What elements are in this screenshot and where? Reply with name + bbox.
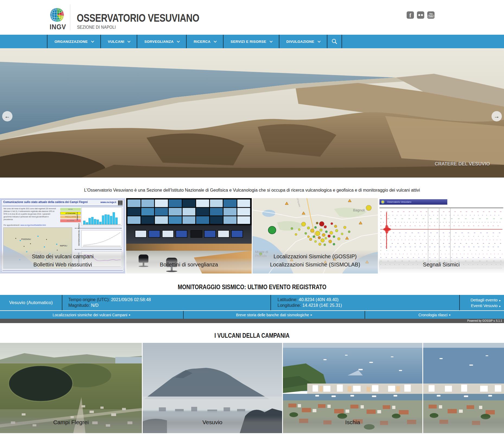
volcanoes-heading: I VULCANI DELLA CAMPANIA [0, 332, 504, 340]
page-header: INGV OSSERVATORIO VESUVIANO SEZIONE DI N… [0, 0, 504, 35]
page-title: OSSERVATORIO VESUVIANO [77, 12, 199, 24]
hero-caption: CRATERE DEL VESUVIO [435, 161, 490, 167]
card-segnali-sismici[interactable]: Osservatorio Vesuviano [379, 198, 504, 273]
event-source: Vesuvio (Automatico) [0, 295, 62, 310]
intro-text: L'Osservatorio Vesuviano è una Sezione d… [84, 188, 420, 193]
card-localizzazioni-sismiche[interactable]: SS7quater Monte di Procida Bagnoli Local… [253, 198, 378, 273]
main-nav: ORGANIZZAZIONE VULCANI SORVEGLIANZA RICE… [0, 35, 504, 48]
side-label-deformazioni: DEFORMAZIONI DEL SUOLO [78, 227, 80, 246]
event-magnitude: Magnitudo: N/D [68, 303, 270, 308]
powered-by-bar: Powered by GOSSIP v. 5.1.1 [0, 319, 504, 323]
page-subtitle: SEZIONE DI NAPOLI [77, 25, 116, 30]
card-bollettini-sorveglianza[interactable]: Bollettini di sorveglianza [126, 198, 251, 273]
event-longitude: Longitudine: 14.4218 (14E 25.31) [277, 303, 459, 308]
search-icon [331, 38, 337, 44]
header-divider [70, 4, 70, 30]
event-bar: Vesuvio (Automatico) Tempo origine (UTC)… [0, 295, 504, 310]
social-links: f You Tube [407, 11, 435, 19]
nav-item-servizi-e-risorse[interactable]: SERVIZI E RISORSE [224, 35, 279, 48]
map-label-bagnoli: Bagnoli [353, 208, 365, 212]
monitoring-heading: MONITORAGGIO SISMICO: ULTIMO EVENTO REGI… [0, 284, 504, 293]
arrow-right-icon: ▸ [499, 299, 501, 302]
nav-item-vulcani[interactable]: VULCANI [101, 35, 138, 48]
bulletin-link-url: www.ov.ingv.it/ov/it/bollettini.html [20, 224, 46, 226]
arrow-right-icon: ▸ [311, 313, 312, 317]
link-breve-storia[interactable]: Breve storia delle banche dati sismologi… [184, 311, 365, 319]
chevron-down-icon [127, 40, 130, 43]
hero-carousel: ← → CRATERE DEL VESUVIO [0, 48, 504, 178]
card-caption: Bollettini di sorveglianza [126, 258, 251, 273]
bulletin-body-text: Nel corso del mese di aprile 2021 sono s… [4, 207, 57, 221]
volcanoes-carousel: Campi Flegrei Vesuvio [0, 343, 504, 433]
card-caption: Stato dei vulcani campani Bollettini Web… [0, 250, 125, 273]
arrow-right-icon: ▸ [129, 313, 130, 317]
chevron-down-icon [91, 40, 94, 43]
link-dettagli-evento[interactable]: Dettagli evento▸ [470, 298, 501, 302]
seismicity-bar-chart [81, 207, 122, 226]
carousel-next-button[interactable]: → [492, 111, 502, 121]
event-links-bar: Localizzazioni sismiche dei vulcani Camp… [0, 311, 504, 319]
volcano-card-partial[interactable] [423, 343, 504, 433]
alert-level-base: BASE [60, 208, 81, 211]
qr-code [118, 200, 123, 205]
facebook-icon[interactable]: f [407, 11, 414, 19]
feature-cards: Comunicazione sullo stato attuale della … [0, 198, 504, 273]
bulletin-title: Comunicazione sullo stato attuale della … [3, 201, 110, 204]
monitor-row [126, 225, 251, 244]
ingv-logo[interactable]: INGV [49, 8, 65, 31]
nav-item-organizzazione[interactable]: ORGANIZZAZIONE [47, 35, 101, 48]
event-latitude: Latitudine: 40.8234 (40N 49.40) [277, 297, 459, 302]
flickr-icon[interactable] [417, 11, 424, 19]
volcano-card-ischia[interactable]: Ischia [283, 343, 422, 433]
card-stato-vulcani[interactable]: Comunicazione sullo stato attuale della … [0, 198, 125, 273]
bulletin-link-line: Per approfondimenti: www.ov.ingv.it/ov/i… [4, 224, 46, 226]
link-cronologia-rilasci[interactable]: Cronologia rilasci▸ [365, 311, 504, 319]
volcano-card-vesuvio[interactable]: Vesuvio [143, 343, 282, 433]
nav-item-ricerca[interactable]: RICERCA [187, 35, 224, 48]
intro-section: L'Osservatorio Vesuviano è una Sezione d… [0, 182, 504, 198]
deformation-chart [81, 230, 122, 247]
volcano-caption: Campi Flegrei [0, 419, 142, 426]
carousel-prev-button[interactable]: ← [2, 111, 12, 121]
event-time: Tempo origine (UTC): 2021/09/26 02:58:48 [68, 297, 270, 302]
video-wall [126, 198, 251, 225]
bulletin-url: www.ov.ingv.it [100, 201, 116, 204]
volcano-caption: Ischia [283, 419, 422, 426]
link-localizzazioni-sismiche[interactable]: Localizzazioni sismiche dei vulcani Camp… [0, 311, 183, 319]
arrow-right-icon: ▸ [499, 304, 501, 308]
ingv-logo-text: INGV [50, 23, 64, 31]
nav-item-sorveglianza[interactable]: SORVEGLIANZA [137, 35, 187, 48]
link-eventi-vesuvio[interactable]: Eventi Vesuvio▸ [471, 303, 501, 308]
volcano-caption: Vesuvio [143, 419, 282, 426]
arrow-right-icon: ▸ [449, 313, 451, 317]
chevron-down-icon [317, 40, 320, 43]
desk [126, 244, 251, 251]
youtube-icon[interactable]: You Tube [427, 11, 435, 19]
search-button[interactable] [327, 35, 342, 48]
ingv-globe-icon [50, 8, 64, 22]
chevron-down-icon [177, 40, 180, 43]
volcano-card-campi-flegrei[interactable]: Campi Flegrei [0, 343, 142, 433]
hero-photo-vesuvius-crater [0, 48, 504, 178]
chevron-down-icon [214, 40, 217, 43]
card-caption: Segnali Sismici [379, 258, 504, 273]
chevron-down-icon [269, 40, 272, 43]
nav-item-divulgazione[interactable]: DIVULGAZIONE [279, 35, 327, 48]
seismogram-header: Osservatorio Vesuviano [379, 199, 447, 205]
side-label-sismicita: SISMICITÀ [76, 212, 78, 220]
card-caption: Localizzazioni Sismiche (GOSSIP) Localiz… [253, 250, 378, 273]
